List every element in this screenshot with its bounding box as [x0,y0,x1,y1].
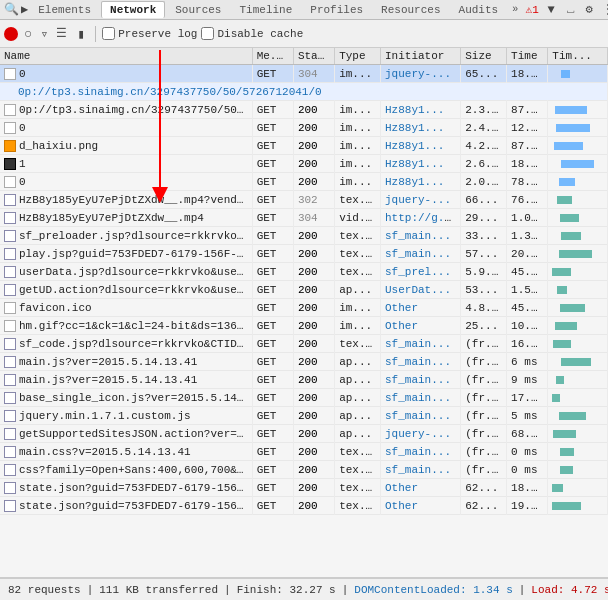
cell-initiator[interactable]: Hz88y1... [381,173,461,191]
cell-initiator[interactable]: sf_main... [381,407,461,425]
cell-status: 200 [293,245,334,263]
cell-time: 0 ms [507,461,548,479]
col-header-size[interactable]: Size [461,48,507,65]
cell-initiator[interactable]: sf_main... [381,335,461,353]
cell-name: HzB8y185yEyU7ePjDtZXdw__.mp4?vend=miaopa… [0,191,252,209]
col-header-type[interactable]: Type [335,48,381,65]
screenshot-button[interactable]: ▮ [73,26,89,42]
cell-initiator[interactable]: Other [381,497,461,515]
inspect-icon[interactable]: 🔍 [4,2,19,18]
table-row[interactable]: play.jsp?guid=753FDED7-6179-156F-008D-14… [0,245,608,263]
cell-method: GET [252,461,293,479]
tab-more[interactable]: » [508,2,522,17]
clear-button[interactable]: ○ [22,26,34,42]
cell-initiator[interactable]: sf_main... [381,371,461,389]
cell-initiator[interactable]: Other [381,479,461,497]
tab-network[interactable]: Network [101,1,165,18]
cell-name: 1 [0,155,252,173]
cell-time: 12... [507,119,548,137]
preserve-log-checkbox[interactable] [102,27,115,40]
cell-initiator[interactable]: Other [381,299,461,317]
table-row[interactable]: 0p://tp3.sinaimg.cn/3297437750/50/572671… [0,101,608,119]
col-header-name[interactable]: Name [0,48,252,65]
cell-time: 87... [507,101,548,119]
table-row[interactable]: 0GET200im...Hz88y1...2.0...78... [0,173,608,191]
table-row[interactable]: 1GET200im...Hz88y1...2.6...18... [0,155,608,173]
table-row[interactable]: d_haixiu.pngGET200im...Hz88y1...4.2...87… [0,137,608,155]
cell-size: 2.4... [461,119,507,137]
cell-initiator[interactable]: sf_prel... [381,263,461,281]
table-row[interactable]: state.json?guid=753FDED7-6179-156F-008D-… [0,479,608,497]
col-header-time[interactable]: Time [507,48,548,65]
pointer-icon[interactable]: ▶ [21,2,28,18]
cell-type: ap... [335,407,381,425]
cell-initiator[interactable]: sf_main... [381,245,461,263]
table-row[interactable]: HzB8y185yEyU7ePjDtZXdw__.mp4GET304vid...… [0,209,608,227]
tab-timeline[interactable]: Timeline [231,2,300,18]
cell-initiator[interactable]: sf_main... [381,227,461,245]
table-row[interactable]: state.json?guid=753FDED7-6179-156F-008D-… [0,497,608,515]
table-row[interactable]: sf_preloader.jsp?dlsource=rkkrvko&CTID=d… [0,227,608,245]
cell-status: 200 [293,407,334,425]
table-row[interactable]: 0GET304im...jquery-...65...18... [0,65,608,83]
table-row[interactable]: HzB8y185yEyU7ePjDtZXdw__.mp4?vend=miaopa… [0,191,608,209]
col-header-timeline[interactable]: Tim... [548,48,608,65]
table-row[interactable]: sf_code.jsp?dlsource=rkkrvko&CTID=dsoo&r… [0,335,608,353]
table-row[interactable]: userData.jsp?dlsource=rkkrvko&userid=NTB… [0,263,608,281]
cell-time: 20... [507,245,548,263]
cell-method: GET [252,479,293,497]
cell-time: 16... [507,335,548,353]
cell-timeline [548,317,608,335]
table-row[interactable]: getSupportedSitesJSON.action?ver=14.11.1… [0,425,608,443]
table-row[interactable]: css?family=Open+Sans:400,600,700&subset=… [0,461,608,479]
table-row[interactable]: favicon.icoGET200im...Other4.8...45... [0,299,608,317]
table-row[interactable]: 0GET200im...Hz88y1...2.4...12... [0,119,608,137]
record-button[interactable] [4,27,18,41]
table-row[interactable]: main.js?ver=2015.5.14.13.41GET200ap...sf… [0,353,608,371]
tab-resources[interactable]: Resources [373,2,448,18]
cell-initiator[interactable]: UserDat... [381,281,461,299]
cell-initiator[interactable]: jquery-... [381,191,461,209]
cell-name: hm.gif?cc=1&ck=1&cl=24-bit&ds=1366x768&e… [0,317,252,335]
table-row[interactable]: hm.gif?cc=1&ck=1&cl=24-bit&ds=1366x768&e… [0,317,608,335]
console-icon[interactable]: ▼ [543,2,559,18]
col-header-status[interactable]: Sta... [293,48,334,65]
cell-initiator[interactable]: jquery-... [381,425,461,443]
menu-icon[interactable]: ⋮ [600,2,608,18]
tab-bar: 🔍 ▶ Elements Network Sources Timeline Pr… [0,0,608,20]
cell-initiator[interactable]: jquery-... [381,65,461,83]
col-header-initiator[interactable]: Initiator [381,48,461,65]
cell-initiator[interactable]: Other [381,317,461,335]
tab-profiles[interactable]: Profiles [302,2,371,18]
col-header-method[interactable]: Me... [252,48,293,65]
cell-initiator[interactable]: sf_main... [381,461,461,479]
cell-method: GET [252,101,293,119]
lines-button[interactable]: ☰ [54,26,69,41]
status-bar: 82 requests | 111 KB transferred | Finis… [0,578,608,600]
table-row[interactable]: getUD.action?dlsource=rkkrvko&userId=3b4… [0,281,608,299]
cell-initiator[interactable]: sf_main... [381,443,461,461]
dock-icon[interactable]: ⎵ [562,2,578,18]
cell-initiator[interactable]: Hz88y1... [381,101,461,119]
table-row[interactable]: main.js?ver=2015.5.14.13.41GET200ap...sf… [0,371,608,389]
preserve-log-label[interactable]: Preserve log [102,27,197,40]
cell-initiator[interactable]: Hz88y1... [381,155,461,173]
settings-icon[interactable]: ⚙ [581,2,597,18]
cell-initiator[interactable]: http://g... [381,209,461,227]
network-table-container[interactable]: Name Me... Sta... Type Initiator Size Ti… [0,48,608,578]
disable-cache-label[interactable]: Disable cache [201,27,303,40]
cell-initiator[interactable]: sf_main... [381,353,461,371]
table-row[interactable]: main.css?v=2015.5.14.13.41GET200tex...sf… [0,443,608,461]
cell-timeline [548,137,608,155]
disable-cache-checkbox[interactable] [201,27,214,40]
table-row[interactable]: base_single_icon.js?ver=2015.5.14.13.41G… [0,389,608,407]
cell-initiator[interactable]: Hz88y1... [381,119,461,137]
cell-initiator[interactable]: sf_main... [381,389,461,407]
tab-audits[interactable]: Audits [451,2,507,18]
filter-button[interactable]: ▿ [38,26,50,42]
cell-initiator[interactable]: Hz88y1... [381,137,461,155]
table-row[interactable]: jquery.min.1.7.1.custom.jsGET200ap...sf_… [0,407,608,425]
tab-elements[interactable]: Elements [30,2,99,18]
tab-sources[interactable]: Sources [167,2,229,18]
cell-type: tex... [335,479,381,497]
